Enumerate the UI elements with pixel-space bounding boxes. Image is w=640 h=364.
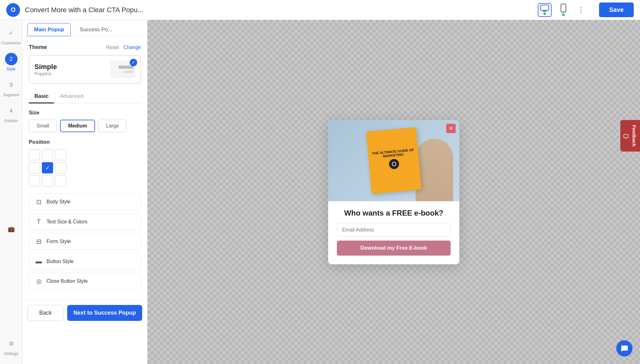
theme-card-info: Simple Poppins [34,63,57,76]
popup-book-title: THE ULTIMATE GUIDE OF MARKETING [372,148,415,159]
pos-mid-right[interactable] [55,162,66,173]
theme-font: Poppins [34,71,57,76]
tab-main-popup[interactable]: Main Popup [28,23,71,36]
position-grid: ✓ [29,149,141,187]
popup-book-circle [389,158,400,169]
text-size-icon: T [35,218,43,225]
svg-point-7 [626,137,627,138]
sidebar-item-segment[interactable]: 3 Segment [1,76,21,100]
desktop-active-dot [543,12,546,15]
form-style-icon: ⊟ [35,238,43,245]
settings-icon: ⚙ [5,337,18,350]
pos-bot-right[interactable] [55,175,66,187]
more-options-button[interactable]: ⋮ [575,4,587,16]
chat-button[interactable] [616,340,632,357]
popup-close-button[interactable]: ✕ [446,124,456,133]
close-button-icon: ◎ [35,277,43,285]
popup-book: THE ULTIMATE GUIDE OF MARKETING [366,127,422,194]
pos-top-right[interactable] [55,149,66,160]
body-style-section[interactable]: ⊡ Body Style [29,193,141,210]
theme-actions: Reset Change [106,45,141,50]
size-buttons: Small Medium Large [29,120,141,132]
theme-title: Theme [29,44,47,51]
sub-tab-advanced[interactable]: Advanced [54,90,89,103]
size-small-button[interactable]: Small [29,120,57,132]
topbar: O Convert More with a Clear CTA Popu... … [0,0,640,20]
size-large-button[interactable]: Large [98,120,127,132]
popup-headline: Who wants a FREE e-book? [337,209,451,217]
theme-selected-check: ✓ [130,59,137,66]
pos-mid-left[interactable] [29,162,40,173]
position-label: Position [29,139,141,145]
canvas-area: ✕ THE ULTIMATE GUIDE OF MARKETING Who wa… [148,20,640,364]
size-medium-button[interactable]: Medium [60,120,95,132]
form-style-label: Form Style [47,239,71,244]
pos-mid-center[interactable]: ✓ [42,162,53,173]
style-number-icon: 2 [5,53,18,65]
button-style-icon: ▬ [35,258,43,265]
popup-preview: ✕ THE ULTIMATE GUIDE OF MARKETING Who wa… [328,120,459,264]
popup-email-input[interactable] [337,223,451,237]
pos-top-center[interactable] [42,149,53,160]
mobile-active-dot [562,13,565,16]
style-panel: Main Popup Success Po... Theme Reset Cha… [22,20,148,364]
tab-success-popup[interactable]: Success Po... [73,23,119,36]
panel-content: Theme Reset Change Simple Poppins ✓ Basi… [22,37,147,300]
text-size-colors-section[interactable]: T Text Size & Colors [29,213,141,230]
sidebar-item-briefcase[interactable]: 💼 [1,220,21,240]
pos-check-icon: ✓ [45,164,50,171]
theme-reset-link[interactable]: Reset [106,45,119,50]
briefcase-icon: 💼 [5,223,18,235]
theme-change-link[interactable]: Change [123,45,141,50]
button-style-label: Button Style [47,259,73,264]
save-button[interactable]: Save [599,2,634,17]
close-button-style-section[interactable]: ◎ Close Button Style [29,273,141,290]
theme-preview-bar1 [118,66,133,69]
button-style-section[interactable]: ▬ Button Style [29,253,141,270]
sidebar-item-style[interactable]: 2 Style [1,50,21,74]
theme-name: Simple [34,63,57,71]
sidebar-item-customize[interactable]: ✓ Customize [1,24,21,48]
left-sidebar: ✓ Customize 2 Style 3 Segment 4 Publish … [0,20,22,364]
body-style-label: Body Style [47,199,70,205]
theme-section-header: Theme Reset Change [29,44,141,51]
theme-preview-bar2 [123,71,133,73]
page-title: Convert More with a Clear CTA Popu... [25,6,538,14]
pos-top-left[interactable] [29,149,40,160]
sidebar-item-settings[interactable]: ⚙ Settings [1,334,21,359]
svg-rect-4 [563,11,564,12]
panel-tabs: Main Popup Success Po... [22,20,147,37]
body-style-icon: ⊡ [35,198,43,206]
sub-tab-basic[interactable]: Basic [29,90,54,103]
desktop-device-button[interactable] [538,3,552,17]
svg-rect-2 [542,11,547,12]
sidebar-item-publish[interactable]: 4 Publish [1,102,21,126]
text-size-label: Text Size & Colors [47,219,88,225]
customize-icon: ✓ [5,27,18,39]
close-button-label: Close Button Style [47,278,88,284]
pos-bot-center[interactable] [42,175,53,187]
popup-body: Who wants a FREE e-book? Download my Fre… [328,201,459,264]
panel-footer: Back Next to Success Popup [22,300,147,325]
popup-image-area: THE ULTIMATE GUIDE OF MARKETING [328,120,459,201]
device-switcher: ⋮ [538,3,587,17]
mobile-device-button[interactable] [557,3,570,17]
pos-bot-left[interactable] [29,175,40,187]
theme-card[interactable]: Simple Poppins ✓ [29,55,141,84]
back-button[interactable]: Back [28,305,63,321]
segment-number-icon: 3 [5,79,18,91]
sub-tabs: Basic Advanced [29,90,141,103]
svg-rect-1 [543,10,546,11]
publish-number-icon: 4 [5,105,18,117]
svg-point-5 [392,162,396,166]
size-label: Size [29,110,141,116]
next-button[interactable]: Next to Success Popup [67,305,142,321]
feedback-tab[interactable]: Feedback [620,120,640,152]
popup-cta-button[interactable]: Download my Free E-book [337,241,451,256]
app-logo: O [6,3,20,17]
form-style-section[interactable]: ⊟ Form Style [29,233,141,250]
svg-rect-6 [624,134,628,138]
svg-rect-0 [541,5,549,10]
